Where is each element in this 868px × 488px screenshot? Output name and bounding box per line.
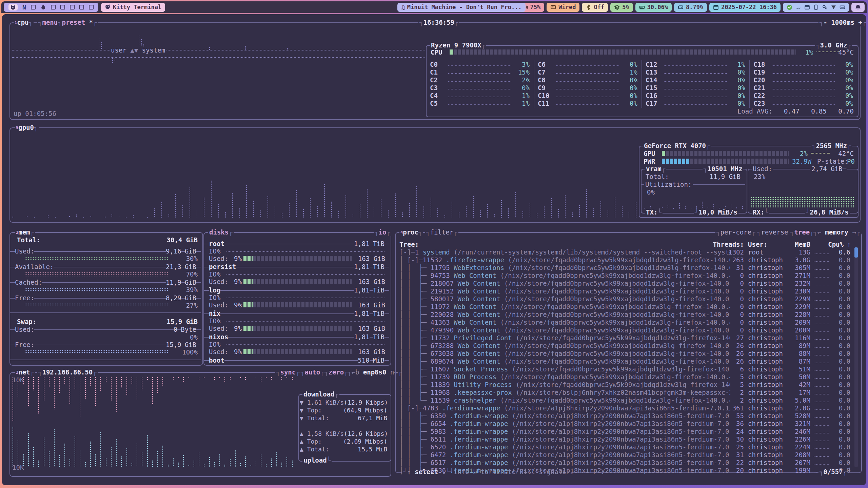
process-row[interactable]: │ │ ├─ 11795 WebExtensions (/nix/store/f…	[397, 264, 854, 272]
process-cpu: 0.0	[831, 334, 850, 342]
process-info: │ │ ├─ 11972 Web Content (/nix/store/fqa…	[399, 303, 730, 311]
process-row[interactable]: │ │ ├─ 11739 RDD Process (/nix/store/fqa…	[397, 373, 854, 381]
process-row[interactable]: │ │ ├─ 6350 .ferdium-wrappe (/nix/store/…	[397, 412, 854, 420]
workspace-item-5[interactable]	[51, 5, 56, 9]
process-threads: 0	[720, 295, 744, 303]
proc-header-mem[interactable]: MemB	[783, 241, 810, 248]
net-iface-switcher[interactable]: ┐←b enp8s0 n→┌	[347, 368, 403, 376]
proc-scrollbar-thumb[interactable]	[854, 247, 858, 258]
graph-column	[458, 211, 460, 218]
workspace-item-6[interactable]	[60, 5, 65, 9]
net-sync-toggle[interactable]: ┐sync┌	[275, 368, 301, 376]
graph-column	[246, 185, 247, 218]
proc-header-user[interactable]: User:	[748, 241, 767, 248]
sort-column-switcher[interactable]: ┐← memory →┌	[812, 228, 861, 236]
core-label: C4	[430, 92, 438, 100]
per-core-toggle[interactable]: ┐per-core┌	[715, 228, 756, 236]
status-cpu-pill[interactable]: 5%	[610, 3, 633, 12]
process-row[interactable]: │ │ ├─ 41363 Web Content (/nix/store/fqa…	[397, 319, 854, 326]
process-row[interactable]: │ │ ├─ 6520 .ferdium-wrappe (/nix/store/…	[397, 443, 854, 451]
filter-button[interactable]: ┐filter┌	[425, 228, 458, 236]
process-row[interactable]: │ │ ├─ 11968 .keepassxc-prox (/nix/store…	[397, 389, 854, 396]
graph-column	[162, 377, 163, 386]
status-network-pill[interactable]: Wired	[547, 3, 579, 12]
proc-header-threads[interactable]: Threads:	[710, 241, 744, 248]
disk-io-graph	[226, 298, 384, 298]
status-clock-pill[interactable]: 2025-07-22 16:36	[709, 3, 781, 12]
graph-column	[175, 194, 176, 218]
graph-column	[255, 377, 257, 379]
process-row[interactable]: │ │ ├─ 5983 .ferdium-wrappe (/nix/store/…	[397, 428, 854, 435]
tray-vpn-icon[interactable]	[831, 4, 836, 10]
net-zero-toggle[interactable]: ┐zero┌	[323, 368, 349, 376]
reverse-toggle[interactable]: ┐reverse┌	[756, 228, 793, 236]
process-row[interactable]: │ [-]─11532 .firefox-wrappe (/nix/store/…	[397, 256, 854, 264]
core-usage: 0%	[513, 84, 530, 92]
io-toggle[interactable]: ┐io┌	[374, 228, 391, 236]
net-auto-toggle[interactable]: ┐auto┌	[300, 368, 325, 376]
workspace-item-8[interactable]	[79, 5, 84, 9]
tray-window-icon[interactable]	[804, 4, 810, 10]
process-row[interactable]: │ │ ├─ 580017 Web Content (/nix/store/fq…	[397, 295, 854, 303]
disk-used-bar-empty	[253, 279, 352, 284]
tree-toggle[interactable]: ┐tree┌	[789, 228, 815, 236]
process-row[interactable]: │ │ ├─ 218067 Web Content (/nix/store/fq…	[397, 280, 854, 287]
status-memory-pill[interactable]: 30.06%	[635, 3, 672, 12]
tray-key-icon[interactable]	[822, 4, 828, 10]
process-mem-graph	[814, 331, 829, 332]
process-row[interactable]: │ │ └─ 11539 crashhelper (/nix/store/fqa…	[397, 396, 854, 404]
proc-scrollbar-track[interactable]	[854, 247, 858, 467]
music-pill[interactable]: ♫ Minuit Machine - Don't Run Fro...	[397, 3, 526, 12]
process-row[interactable]: │ │ ├─ 673288 Web Content (/nix/store/fq…	[397, 342, 854, 350]
process-row[interactable]: [-]─1 systemd (/run/current-system/syste…	[397, 248, 854, 256]
tray-phone-icon[interactable]	[813, 4, 819, 10]
process-mem-graph	[814, 433, 829, 433]
status-disk-value: 8.79%	[686, 4, 703, 11]
process-info: │ │ ├─ 220028 Web Content (/nix/store/fq…	[399, 311, 730, 319]
process-row[interactable]: │ │ ├─ 11732 Privileged Cont (/nix/store…	[397, 334, 854, 342]
graph-column	[111, 214, 113, 218]
process-row[interactable]: │ │ ├─ 6654 .ferdium-wrappe (/nix/store/…	[397, 420, 854, 428]
proc-header-cpu[interactable]: Cpu%	[815, 241, 844, 248]
workspace-item-1[interactable]	[8, 4, 18, 11]
process-row[interactable]: │ │ ├─ 6472 .ferdium-wrappe (/nix/store/…	[397, 451, 854, 459]
process-info: │ [-]─4783 .ferdium-wrappe (/nix/store/a…	[399, 404, 730, 412]
window-title-pill[interactable]: Kitty Terminal	[101, 3, 165, 12]
workspace-item-3[interactable]	[31, 5, 36, 9]
tray-keyboard-icon[interactable]	[840, 4, 845, 10]
update-interval-control[interactable]: ┐- 1000ms +┌	[818, 19, 866, 26]
core-label: C13	[646, 68, 657, 76]
process-row[interactable]: │ │ ├─ 94753 Web Content (/nix/store/fqa…	[397, 272, 854, 280]
process-mem-graph	[814, 378, 829, 379]
process-row[interactable]: │ │ ├─ 11607 Socket Process (/nix/store/…	[397, 365, 854, 373]
status-disk-pill[interactable]: 8.79%	[674, 3, 707, 12]
graph-column	[111, 377, 112, 401]
process-row[interactable]: │ [-]─4783 .ferdium-wrappe (/nix/store/a…	[397, 404, 854, 412]
scroll-up-indicator[interactable]: ↑	[847, 241, 851, 248]
process-row[interactable]: │ │ ├─ 479390 Web Content (/nix/store/fq…	[397, 326, 854, 334]
process-row[interactable]: │ │ ├─ 6511 .ferdium-wrappe (/nix/store/…	[397, 435, 854, 443]
tray-mustache-icon[interactable]	[795, 4, 801, 10]
workspace-item-4[interactable]	[40, 4, 46, 10]
process-row[interactable]: │ │ ├─ 11839 Utility Process (/nix/store…	[397, 381, 854, 389]
download-box-title: download┌	[302, 390, 339, 398]
disk-used-bar-empty	[253, 349, 352, 354]
tray-check-icon[interactable]	[787, 4, 792, 10]
preset-button[interactable]: ┐preset *┌	[57, 19, 98, 26]
workspace-item-7[interactable]	[70, 5, 75, 9]
process-threads: 30	[720, 435, 744, 443]
workspace-item-2[interactable]: N	[22, 4, 26, 11]
process-row[interactable]: │ │ ├─ 6536 .ferdium-wrappe (/nix/store/…	[397, 467, 854, 474]
process-row[interactable]: │ │ ├─ 673038 Web Content (/nix/store/fq…	[397, 350, 854, 358]
notification-bell-pill[interactable]	[851, 3, 865, 12]
proc-header-tree[interactable]: Tree:	[399, 241, 419, 248]
graph-column	[74, 436, 76, 467]
workspace-item-9[interactable]	[89, 5, 94, 9]
process-row[interactable]: │ │ ├─ 219152 Web Content (/nix/store/fq…	[397, 287, 854, 295]
process-row[interactable]: │ │ ├─ 689674 Web Content (/nix/store/fq…	[397, 358, 854, 365]
graph-column	[271, 377, 272, 380]
process-row[interactable]: │ │ ├─ 6517 .ferdium-wrappe (/nix/store/…	[397, 459, 854, 467]
process-row[interactable]: │ │ ├─ 11972 Web Content (/nix/store/fqa…	[397, 303, 854, 311]
status-bluetooth-pill[interactable]: Off	[582, 3, 608, 12]
process-row[interactable]: │ │ ├─ 220028 Web Content (/nix/store/fq…	[397, 311, 854, 319]
